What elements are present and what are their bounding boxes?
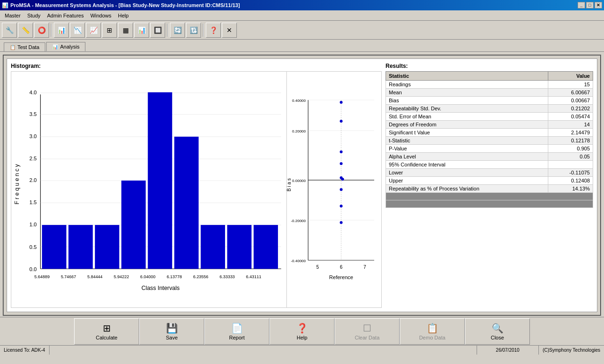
close-label: Close	[491, 335, 504, 340]
status-bar: Licensed To: ADK-4 26/07/2010 (C)Symphon…	[0, 345, 604, 355]
license-status: Licensed To: ADK-4	[0, 346, 50, 355]
svg-text:5.64889: 5.64889	[34, 274, 50, 279]
report-button[interactable]: 📄 Report	[204, 318, 269, 345]
tab-analysis[interactable]: 📊 Analysis	[46, 42, 85, 51]
table-row: P-Value0.905	[386, 145, 593, 153]
save-label: Save	[166, 335, 177, 340]
table-row	[386, 193, 593, 200]
tool-refresh2[interactable]: 🔃	[186, 23, 201, 38]
clear-data-button: ☐ Clear Data	[335, 318, 400, 345]
help-icon: ❓	[296, 323, 308, 334]
svg-text:6.33333: 6.33333	[219, 274, 235, 279]
minimize-button[interactable]: _	[578, 2, 585, 8]
svg-rect-29	[253, 225, 278, 269]
calculate-button[interactable]: ⊞ Calculate	[74, 318, 139, 345]
tool-chart4[interactable]: 📊	[134, 23, 149, 38]
tab-analysis-icon: 📊	[52, 44, 58, 50]
svg-text:0.0: 0.0	[29, 266, 37, 272]
svg-rect-22	[68, 225, 93, 269]
save-icon: 💾	[166, 323, 178, 334]
table-footer	[386, 200, 593, 208]
title-bar: 📊 ProMSA - Measurement Systems Analysis …	[0, 0, 604, 10]
table-row: Std. Error of Mean0.05474	[386, 113, 593, 121]
tool-table[interactable]: ▦	[118, 23, 133, 38]
results-panel: Statistic Value Readings15Mean6.00667Bia…	[386, 71, 593, 308]
tool-help[interactable]: ❓	[206, 23, 221, 38]
tool-chart3[interactable]: 📈	[86, 23, 101, 38]
svg-point-57	[340, 150, 343, 153]
demo-data-label: Demo Data	[419, 335, 445, 340]
table-row: Readings15	[386, 81, 593, 89]
table-row: Significant t Value2.14479	[386, 129, 593, 137]
tab-test-data-icon: 📋	[10, 45, 16, 50]
close-button-bottom[interactable]: 🔍 Close	[465, 318, 530, 345]
svg-text:2.5: 2.5	[29, 156, 37, 161]
svg-rect-21	[42, 225, 67, 269]
tool-circle[interactable]: ⭕	[34, 23, 49, 38]
table-row: Repeatability Std. Dev.0.21202	[386, 105, 593, 113]
results-table: Statistic Value Readings15Mean6.00667Bia…	[386, 71, 593, 208]
company-status: (C)Symphony Technologies	[539, 346, 604, 355]
svg-text:5.84444: 5.84444	[87, 274, 102, 279]
col-statistic: Statistic	[386, 72, 548, 81]
table-row: Repeatability as % of Process Variation1…	[386, 185, 593, 193]
table-row: t-Statistic0.12178	[386, 137, 593, 145]
clear-data-label: Clear Data	[355, 335, 380, 340]
tool-refresh1[interactable]: 🔄	[170, 23, 185, 38]
tool-chart2[interactable]: 📉	[70, 23, 85, 38]
svg-text:0.00000: 0.00000	[292, 179, 306, 183]
svg-rect-28	[227, 225, 252, 269]
close-button[interactable]: ✕	[595, 2, 602, 8]
svg-text:Class Intervals: Class Intervals	[142, 285, 180, 291]
window-title: ProMSA - Measurement Systems Analysis - …	[10, 2, 240, 8]
svg-text:-0.40000: -0.40000	[291, 259, 306, 263]
svg-rect-23	[95, 225, 119, 269]
report-label: Report	[229, 335, 244, 340]
svg-text:0.5: 0.5	[29, 244, 37, 250]
svg-text:3.5: 3.5	[29, 111, 37, 117]
menu-help[interactable]: Help	[115, 12, 132, 19]
menu-master[interactable]: Master	[2, 12, 24, 19]
bottom-toolbar: ⊞ Calculate 💾 Save 📄 Report ❓ Help ☐ Cle…	[0, 317, 604, 345]
restore-button[interactable]: □	[586, 2, 594, 8]
svg-rect-27	[201, 225, 225, 269]
svg-text:6.23556: 6.23556	[193, 274, 208, 279]
svg-point-58	[340, 162, 343, 165]
svg-text:0.20000: 0.20000	[292, 129, 306, 133]
tool-exit[interactable]: ✕	[222, 23, 237, 38]
date-status: 26/07/2010	[477, 346, 539, 355]
demo-data-icon: 📋	[427, 323, 438, 334]
svg-point-55	[340, 101, 343, 104]
tab-test-data[interactable]: 📋 Test Data	[4, 42, 45, 51]
svg-point-63	[341, 178, 344, 181]
svg-point-60	[340, 188, 343, 191]
tool-grid[interactable]: ⊞	[102, 23, 117, 38]
save-button[interactable]: 💾 Save	[139, 318, 204, 345]
histogram-title: Histogram:	[11, 63, 41, 69]
toolbar: 🔧 📏 ⭕ 📊 📉 📈 ⊞ ▦ 📊 🔲 🔄 🔃 ❓ ✕	[0, 21, 604, 40]
svg-text:-0.20000: -0.20000	[291, 219, 306, 223]
svg-text:F r e q u e n c y: F r e q u e n c y	[14, 164, 20, 204]
help-button[interactable]: ❓ Help	[269, 318, 335, 345]
col-value: Value	[548, 72, 593, 81]
report-icon: 📄	[231, 323, 243, 334]
menu-windows[interactable]: Windows	[87, 12, 114, 19]
close-bottom-icon: 🔍	[492, 323, 503, 334]
menu-study[interactable]: Study	[25, 12, 43, 19]
app-icon: 📊	[2, 2, 8, 8]
svg-text:0.40000: 0.40000	[292, 99, 306, 103]
menu-admin[interactable]: Admin Features	[44, 12, 87, 19]
table-row: Mean6.00667	[386, 89, 593, 97]
table-row: Lower-0.11075	[386, 169, 593, 177]
svg-rect-25	[148, 92, 172, 269]
tool-wrench[interactable]: 🔧	[2, 23, 17, 38]
svg-text:B i a s: B i a s	[287, 178, 292, 191]
svg-text:5: 5	[316, 265, 319, 270]
tool-measure[interactable]: 📏	[18, 23, 33, 38]
svg-text:1.0: 1.0	[29, 222, 37, 227]
table-row: Degrees of Freedom14	[386, 121, 593, 129]
tool-box[interactable]: 🔲	[150, 23, 165, 38]
results-title: Results:	[386, 63, 408, 69]
svg-point-61	[340, 205, 343, 207]
tool-chart1[interactable]: 📊	[54, 23, 69, 38]
